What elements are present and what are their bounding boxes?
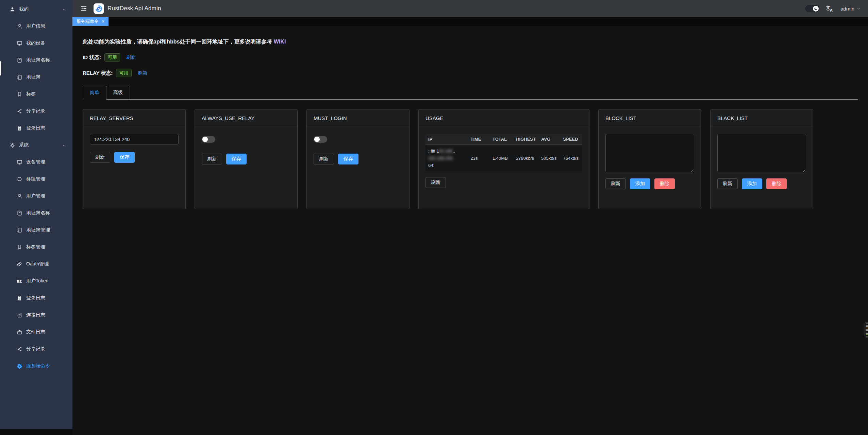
sidebar-group-label: 我的 — [19, 6, 29, 12]
usage-ip-cell: ::ffff:192.168.. 192.168.255 64: — [425, 145, 468, 172]
card-title: MUST_LOGIN — [307, 109, 409, 127]
sidebar-item-share-records[interactable]: 分享记录 — [0, 103, 72, 120]
bookmark-icon — [17, 91, 22, 97]
user-icon — [17, 23, 22, 29]
close-icon[interactable]: × — [102, 19, 104, 24]
col-header: SPEED — [560, 134, 582, 145]
refresh-id-status-link[interactable]: 刷新 — [126, 54, 136, 60]
black-list-textarea[interactable] — [717, 134, 806, 172]
sidebar-item-addressbook-names[interactable]: 地址簿名称 — [0, 52, 72, 69]
card-black-list: BLACK_LIST 刷新 添加 删除 — [710, 109, 813, 209]
tab-server-commands[interactable]: 服务端命令 × — [72, 17, 108, 26]
card-usage: USAGE IP TIME TOTAL HIGHEST AVG SPEE — [418, 109, 589, 209]
translate-icon[interactable]: 文 A — [826, 5, 834, 12]
refresh-button[interactable]: 刷新 — [314, 154, 334, 164]
sidebar-item-share-records-sys[interactable]: 分享记录 — [0, 341, 72, 358]
save-button[interactable]: 保存 — [114, 152, 135, 163]
usage-total-cell: 1.40MB — [490, 145, 513, 172]
always-use-relay-toggle[interactable] — [202, 136, 215, 143]
monitor-icon — [17, 40, 22, 46]
refresh-button[interactable]: 刷新 — [605, 178, 626, 189]
notebook-icon — [17, 227, 22, 233]
sidebar-scrollbar[interactable] — [0, 61, 1, 75]
share-icon — [17, 108, 22, 114]
rustdesk-logo — [94, 3, 104, 14]
refresh-button[interactable]: 刷新 — [90, 152, 110, 163]
sidebar-item-user-mgmt[interactable]: 用户管理 — [0, 188, 72, 205]
card-title: BLOCK_LIST — [599, 109, 701, 127]
sidebar-item-server-commands[interactable]: 服务端命令 — [0, 358, 72, 375]
sidebar-item-tags[interactable]: 标签 — [0, 86, 72, 103]
open-tabs-bar: 服务端命令 × — [72, 17, 868, 26]
sidebar-group-system[interactable]: 系统 — [0, 137, 72, 154]
journal-icon — [17, 210, 22, 216]
sidebar-item-connection-logs[interactable]: 连接日志 — [0, 307, 72, 324]
save-button[interactable]: 保存 — [338, 154, 358, 164]
sidebar-item-my-devices[interactable]: 我的设备 — [0, 35, 72, 52]
block-list-textarea[interactable] — [605, 134, 694, 172]
redacted-text: 92.168 — [439, 149, 453, 154]
gear-icon — [10, 142, 15, 148]
sidebar-item-user-info[interactable]: 用户信息 — [0, 18, 72, 35]
notebook-icon — [17, 74, 22, 80]
add-button[interactable]: 添加 — [630, 178, 650, 189]
refresh-button[interactable]: 刷新 — [425, 177, 446, 188]
collapse-sidebar-icon[interactable] — [80, 5, 87, 12]
id-status-row: ID 状态: 可用 刷新 — [83, 53, 858, 62]
edge-widget[interactable] — [865, 322, 868, 337]
delete-button[interactable]: 删除 — [766, 178, 787, 189]
moon-icon — [813, 6, 819, 12]
col-header: HIGHEST — [513, 134, 538, 145]
chat-icon — [17, 176, 22, 182]
sidebar-item-addressbook-mgmt[interactable]: 地址簿管理 — [0, 222, 72, 239]
usage-speed-cell: 764kb/s — [560, 145, 582, 172]
sidebar-item-oauth-mgmt[interactable]: Oauth管理 — [0, 256, 72, 273]
redacted-text: 192.168.255 — [428, 156, 453, 161]
save-button[interactable]: 保存 — [226, 154, 247, 164]
sidebar-group-my[interactable]: 我的 — [0, 1, 72, 18]
card-title: USAGE — [419, 109, 589, 127]
refresh-relay-status-link[interactable]: 刷新 — [138, 70, 147, 76]
sidebar-item-device-mgmt[interactable]: 设备管理 — [0, 154, 72, 171]
sidebar-item-addressbook-names-mgmt[interactable]: 地址簿名称 — [0, 205, 72, 222]
usage-time-cell: 23s — [468, 145, 490, 172]
sidebar-item-group-mgmt[interactable]: 群组管理 — [0, 171, 72, 188]
sidebar-group-label: 系统 — [19, 142, 29, 148]
clipboard-icon — [17, 295, 22, 301]
view-tabs: 简单 高级 — [83, 86, 858, 100]
relay-servers-input[interactable] — [90, 134, 179, 144]
sidebar-item-file-logs[interactable]: 文件日志 — [0, 324, 72, 341]
user-menu[interactable]: admin — [840, 6, 861, 12]
experimental-notice: 此处功能为实验性质，请确保api和hbbs处于同一回环地址下，更多说明请参考 W… — [83, 38, 858, 46]
app-header: RustDesk Api Admin 文 A admin — [72, 0, 868, 17]
sidebar-item-user-token[interactable]: 用户Token — [0, 273, 72, 290]
dark-mode-toggle[interactable] — [805, 5, 819, 12]
page-content: 此处功能为实验性质，请确保api和hbbs处于同一回环地址下，更多说明请参考 W… — [72, 26, 868, 435]
must-login-toggle[interactable] — [314, 136, 327, 143]
bookmark-icon — [17, 244, 22, 250]
card-must-login: MUST_LOGIN 刷新 保存 — [306, 109, 410, 209]
gear-icon — [17, 363, 22, 369]
sidebar-column: 我的 用户信息 我的设备 地址簿名称 地址簿 标签 — [0, 0, 72, 435]
paperclip-icon — [17, 261, 22, 267]
delete-button[interactable]: 删除 — [654, 178, 675, 189]
card-always-use-relay: ALWAYS_USE_RELAY 刷新 保存 — [195, 109, 298, 209]
tab-simple[interactable]: 简单 — [83, 86, 106, 100]
sidebar-item-login-logs[interactable]: 登录日志 — [0, 120, 72, 137]
chevron-up-icon — [62, 7, 66, 11]
relay-status-row: RELAY 状态: 可用 刷新 — [83, 69, 858, 77]
sidebar-item-tag-mgmt[interactable]: 标签管理 — [0, 239, 72, 256]
refresh-button[interactable]: 刷新 — [202, 154, 222, 164]
app-title: RustDesk Api Admin — [107, 5, 161, 12]
refresh-button[interactable]: 刷新 — [717, 178, 738, 189]
card-title: RELAY_SERVERS — [83, 109, 185, 127]
wiki-link[interactable]: WIKI — [274, 39, 286, 45]
add-button[interactable]: 添加 — [742, 178, 762, 189]
usage-highest-cell: 2780kb/s — [513, 145, 538, 172]
sidebar-item-login-logs-sys[interactable]: 登录日志 — [0, 290, 72, 307]
user-name: admin — [840, 6, 854, 12]
sidebar-item-addressbook[interactable]: 地址簿 — [0, 69, 72, 86]
person-fill-icon — [10, 6, 15, 12]
tab-advanced[interactable]: 高级 — [106, 86, 130, 99]
main-column: RustDesk Api Admin 文 A admin — [72, 0, 868, 435]
